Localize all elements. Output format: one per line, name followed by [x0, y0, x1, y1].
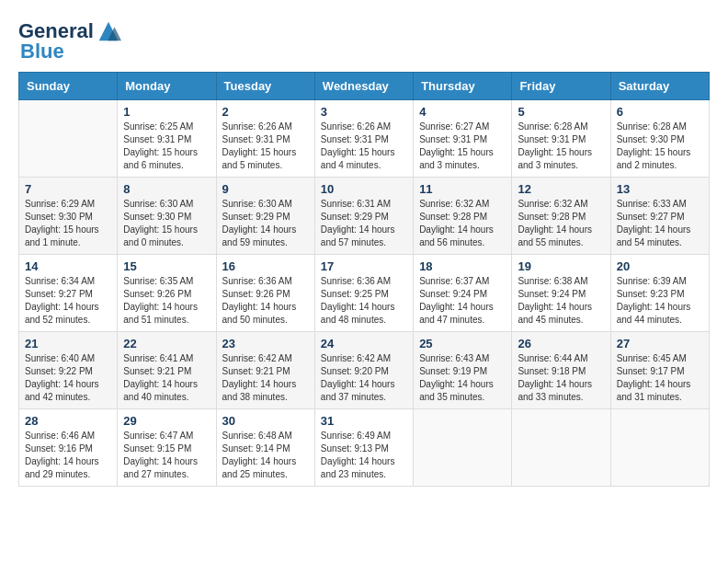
calendar-cell: 9Sunrise: 6:30 AMSunset: 9:29 PMDaylight…	[216, 178, 314, 255]
day-number: 4	[419, 105, 506, 119]
day-info: Sunrise: 6:32 AMSunset: 9:28 PMDaylight:…	[518, 198, 604, 249]
day-number: 13	[617, 182, 703, 196]
day-info: Sunrise: 6:41 AMSunset: 9:21 PMDaylight:…	[123, 352, 210, 404]
calendar-cell: 19Sunrise: 6:38 AMSunset: 9:24 PMDayligh…	[512, 255, 610, 332]
day-info: Sunrise: 6:38 AMSunset: 9:24 PMDaylight:…	[518, 275, 604, 327]
day-info: Sunrise: 6:33 AMSunset: 9:27 PMDaylight:…	[617, 198, 703, 249]
calendar-week-1: 1Sunrise: 6:25 AMSunset: 9:31 PMDaylight…	[19, 100, 710, 178]
day-info: Sunrise: 6:26 AMSunset: 9:31 PMDaylight:…	[222, 121, 309, 172]
day-number: 9	[222, 182, 309, 196]
calendar-cell: 15Sunrise: 6:35 AMSunset: 9:26 PMDayligh…	[118, 255, 216, 332]
day-info: Sunrise: 6:42 AMSunset: 9:21 PMDaylight:…	[222, 352, 309, 404]
calendar-week-3: 14Sunrise: 6:34 AMSunset: 9:27 PMDayligh…	[19, 255, 710, 332]
calendar-cell: 10Sunrise: 6:31 AMSunset: 9:29 PMDayligh…	[314, 178, 413, 255]
logo: General Blue	[18, 18, 121, 63]
day-info: Sunrise: 6:27 AMSunset: 9:31 PMDaylight:…	[419, 121, 506, 172]
weekday-header-tuesday: Tuesday	[216, 73, 314, 100]
day-info: Sunrise: 6:28 AMSunset: 9:30 PMDaylight:…	[617, 121, 703, 172]
day-number: 27	[617, 337, 703, 350]
day-number: 15	[123, 259, 210, 273]
calendar-cell: 1Sunrise: 6:25 AMSunset: 9:31 PMDaylight…	[118, 100, 216, 178]
calendar-cell: 13Sunrise: 6:33 AMSunset: 9:27 PMDayligh…	[610, 178, 709, 255]
day-number: 7	[25, 182, 111, 196]
day-info: Sunrise: 6:39 AMSunset: 9:23 PMDaylight:…	[617, 275, 703, 327]
day-number: 21	[25, 337, 111, 350]
weekday-header-monday: Monday	[118, 73, 216, 100]
day-number: 14	[25, 259, 111, 273]
day-info: Sunrise: 6:31 AMSunset: 9:29 PMDaylight:…	[321, 198, 407, 249]
day-number: 18	[419, 259, 506, 273]
day-info: Sunrise: 6:32 AMSunset: 9:28 PMDaylight:…	[419, 198, 506, 249]
day-info: Sunrise: 6:49 AMSunset: 9:13 PMDaylight:…	[321, 430, 407, 481]
calendar-cell	[512, 409, 610, 487]
day-info: Sunrise: 6:48 AMSunset: 9:14 PMDaylight:…	[222, 430, 309, 481]
day-number: 12	[518, 182, 604, 196]
day-number: 16	[222, 259, 309, 273]
calendar-cell: 2Sunrise: 6:26 AMSunset: 9:31 PMDaylight…	[216, 100, 314, 178]
calendar-cell: 3Sunrise: 6:26 AMSunset: 9:31 PMDaylight…	[314, 100, 413, 178]
calendar-cell: 17Sunrise: 6:36 AMSunset: 9:25 PMDayligh…	[314, 255, 413, 332]
calendar-cell: 31Sunrise: 6:49 AMSunset: 9:13 PMDayligh…	[314, 409, 413, 487]
calendar-cell: 6Sunrise: 6:28 AMSunset: 9:30 PMDaylight…	[610, 100, 709, 178]
day-number: 17	[321, 259, 407, 273]
day-info: Sunrise: 6:40 AMSunset: 9:22 PMDaylight:…	[25, 352, 111, 404]
day-info: Sunrise: 6:45 AMSunset: 9:17 PMDaylight:…	[617, 352, 703, 404]
calendar-cell: 30Sunrise: 6:48 AMSunset: 9:14 PMDayligh…	[216, 409, 314, 487]
calendar-cell: 8Sunrise: 6:30 AMSunset: 9:30 PMDaylight…	[118, 178, 216, 255]
logo-blue-text: Blue	[20, 40, 64, 63]
day-number: 22	[123, 337, 210, 350]
calendar-cell: 14Sunrise: 6:34 AMSunset: 9:27 PMDayligh…	[19, 255, 118, 332]
calendar-cell: 29Sunrise: 6:47 AMSunset: 9:15 PMDayligh…	[118, 409, 216, 487]
page-header: General Blue	[18, 18, 710, 63]
day-number: 23	[222, 337, 309, 350]
day-info: Sunrise: 6:44 AMSunset: 9:18 PMDaylight:…	[518, 352, 604, 404]
day-info: Sunrise: 6:42 AMSunset: 9:20 PMDaylight:…	[321, 352, 407, 404]
calendar-cell: 27Sunrise: 6:45 AMSunset: 9:17 PMDayligh…	[610, 332, 709, 409]
weekday-header-sunday: Sunday	[19, 73, 118, 100]
calendar-cell: 21Sunrise: 6:40 AMSunset: 9:22 PMDayligh…	[19, 332, 118, 409]
day-number: 5	[518, 105, 604, 119]
day-info: Sunrise: 6:30 AMSunset: 9:29 PMDaylight:…	[222, 198, 309, 249]
day-number: 11	[419, 182, 506, 196]
calendar-cell	[19, 100, 118, 178]
calendar-cell	[610, 409, 709, 487]
calendar-cell: 4Sunrise: 6:27 AMSunset: 9:31 PMDaylight…	[414, 100, 512, 178]
day-number: 26	[518, 337, 604, 350]
day-info: Sunrise: 6:36 AMSunset: 9:26 PMDaylight:…	[222, 275, 309, 327]
calendar-cell: 20Sunrise: 6:39 AMSunset: 9:23 PMDayligh…	[610, 255, 709, 332]
weekday-header-wednesday: Wednesday	[314, 73, 413, 100]
calendar-cell: 22Sunrise: 6:41 AMSunset: 9:21 PMDayligh…	[118, 332, 216, 409]
day-info: Sunrise: 6:30 AMSunset: 9:30 PMDaylight:…	[123, 198, 210, 249]
day-info: Sunrise: 6:25 AMSunset: 9:31 PMDaylight:…	[123, 121, 210, 172]
day-info: Sunrise: 6:28 AMSunset: 9:31 PMDaylight:…	[518, 121, 604, 172]
calendar-cell: 18Sunrise: 6:37 AMSunset: 9:24 PMDayligh…	[414, 255, 512, 332]
calendar-cell: 24Sunrise: 6:42 AMSunset: 9:20 PMDayligh…	[314, 332, 413, 409]
day-number: 6	[617, 105, 703, 119]
calendar-table: SundayMondayTuesdayWednesdayThursdayFrid…	[18, 72, 710, 487]
day-info: Sunrise: 6:34 AMSunset: 9:27 PMDaylight:…	[25, 275, 111, 327]
day-info: Sunrise: 6:35 AMSunset: 9:26 PMDaylight:…	[123, 275, 210, 327]
calendar-cell: 12Sunrise: 6:32 AMSunset: 9:28 PMDayligh…	[512, 178, 610, 255]
day-number: 3	[321, 105, 407, 119]
calendar-cell: 5Sunrise: 6:28 AMSunset: 9:31 PMDaylight…	[512, 100, 610, 178]
calendar-cell: 7Sunrise: 6:29 AMSunset: 9:30 PMDaylight…	[19, 178, 118, 255]
day-info: Sunrise: 6:47 AMSunset: 9:15 PMDaylight:…	[123, 430, 210, 481]
calendar-cell: 25Sunrise: 6:43 AMSunset: 9:19 PMDayligh…	[414, 332, 512, 409]
day-number: 30	[222, 414, 309, 428]
calendar-cell: 16Sunrise: 6:36 AMSunset: 9:26 PMDayligh…	[216, 255, 314, 332]
day-number: 31	[321, 414, 407, 428]
calendar-cell: 23Sunrise: 6:42 AMSunset: 9:21 PMDayligh…	[216, 332, 314, 409]
calendar-week-4: 21Sunrise: 6:40 AMSunset: 9:22 PMDayligh…	[19, 332, 710, 409]
day-number: 8	[123, 182, 210, 196]
day-info: Sunrise: 6:36 AMSunset: 9:25 PMDaylight:…	[321, 275, 407, 327]
day-number: 1	[123, 105, 210, 119]
day-number: 20	[617, 259, 703, 273]
logo-icon	[96, 18, 121, 44]
weekday-header-thursday: Thursday	[414, 73, 512, 100]
calendar-cell: 26Sunrise: 6:44 AMSunset: 9:18 PMDayligh…	[512, 332, 610, 409]
day-number: 10	[321, 182, 407, 196]
day-info: Sunrise: 6:46 AMSunset: 9:16 PMDaylight:…	[25, 430, 111, 481]
day-number: 28	[25, 414, 111, 428]
weekday-header-row: SundayMondayTuesdayWednesdayThursdayFrid…	[19, 73, 710, 100]
day-info: Sunrise: 6:29 AMSunset: 9:30 PMDaylight:…	[25, 198, 111, 249]
